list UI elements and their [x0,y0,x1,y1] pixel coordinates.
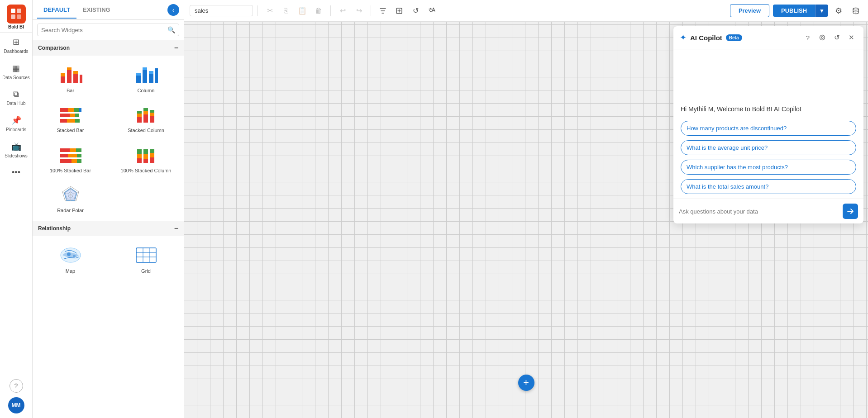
redo-button[interactable]: ↪ [352,4,366,18]
sidebar-item-pinboards[interactable]: 📌 Pinboards [0,111,32,137]
tab-back-button[interactable]: ‹ [167,4,179,16]
svg-rect-52 [150,157,154,163]
100-stacked-column-icon [134,144,159,166]
ai-chat-input[interactable] [679,208,839,215]
canvas: + ✦ AI Copilot Beta ? ↺ ✕ [184,22,868,418]
comparison-widget-grid: Bar Column [33,56,184,221]
grid-label: Grid [141,268,151,274]
svg-rect-2 [11,14,15,19]
stacked-bar-label: Stacked Bar [57,127,84,133]
add-widget-button[interactable]: + [518,375,534,391]
svg-rect-40 [60,154,68,157]
translate-button[interactable] [424,4,439,18]
dashboards-icon: ⊞ [13,37,19,47]
svg-rect-28 [137,117,142,123]
sidebar-item-slideshows[interactable]: 📺 Slideshows [0,137,32,163]
settings-button[interactable]: ⚙ [832,4,845,18]
svg-rect-8 [73,74,78,83]
svg-rect-16 [149,71,153,74]
sidebar-item-data-sources[interactable]: ▦ Data Sources [0,59,32,85]
svg-point-65 [67,252,71,256]
radar-polar-icon [58,184,83,205]
avatar[interactable]: MM [8,397,24,413]
database-button[interactable] [849,4,863,18]
search-box: 🔍 [37,24,179,36]
search-area: 🔍 [33,20,184,40]
comparison-section-label: Comparison [38,45,70,51]
publish-button[interactable]: PUBLISH [773,5,815,17]
svg-rect-47 [137,154,142,158]
search-input[interactable] [41,27,165,33]
widget-stacked-column[interactable]: Stacked Column [109,99,183,137]
svg-rect-10 [80,75,82,83]
svg-rect-30 [137,111,142,114]
data-sources-icon: ▦ [12,63,20,73]
svg-point-66 [73,255,76,257]
copy-button[interactable]: ⎘ [279,4,293,18]
map-label: Map [66,268,75,274]
ai-help-button[interactable]: ? [802,32,814,43]
refresh-button[interactable]: ↺ [408,4,423,18]
dashboard-title-input[interactable] [190,5,253,16]
svg-rect-36 [150,110,154,113]
help-button[interactable]: ? [10,379,23,393]
main-area: ✂ ⎘ 📋 🗑 ↩ ↪ ↺ Preview PUBLISH ▼ ⚙ [184,0,868,418]
relationship-collapse-button[interactable]: − [174,224,178,233]
widget-100-stacked-bar[interactable]: 100% Stacked Bar [33,139,107,177]
radar-polar-label: Radar Polar [57,207,84,214]
svg-rect-6 [67,70,72,83]
ai-close-button[interactable]: ✕ [845,32,857,43]
100-stacked-column-label: 100% Stacked Column [121,167,172,174]
sidebar-item-data-hub[interactable]: ⧉ Data Hub [0,85,32,111]
svg-rect-35 [150,113,154,116]
ai-settings-button[interactable] [816,32,828,43]
svg-rect-18 [60,108,68,112]
svg-rect-19 [68,108,74,112]
undo-button[interactable]: ↩ [335,4,350,18]
ai-suggestion-2[interactable]: What is the average unit price? [681,140,856,155]
svg-rect-13 [143,70,147,83]
widget-100-stacked-column[interactable]: 100% Stacked Column [109,139,183,177]
sidebar-item-dashboards[interactable]: ⊞ Dashboards [0,33,32,59]
ai-copilot-panel: ✦ AI Copilot Beta ? ↺ ✕ Hi Mythili M, We… [673,26,863,223]
svg-rect-50 [143,154,148,159]
cut-button[interactable]: ✂ [262,4,277,18]
toolbar-divider-1 [258,5,258,16]
svg-rect-67 [136,248,156,262]
ai-suggestion-1[interactable]: How many products are discontinued? [681,121,856,136]
publish-dropdown-button[interactable]: ▼ [815,5,828,17]
widget-stacked-bar[interactable]: Stacked Bar [33,99,107,137]
comparison-collapse-button[interactable]: − [174,44,178,52]
toolbar: ✂ ⎘ 📋 🗑 ↩ ↪ ↺ Preview PUBLISH ▼ ⚙ [184,0,868,22]
svg-rect-31 [143,114,148,123]
comparison-section-header: Comparison − [33,40,184,56]
mask-button[interactable] [392,4,406,18]
toolbar-right: Preview PUBLISH ▼ ⚙ [730,4,863,18]
ai-suggestion-4[interactable]: What is the total sales amount? [681,179,856,194]
widget-list: Comparison − Bar [33,40,184,418]
tab-existing[interactable]: EXISTING [76,2,117,19]
ai-send-button[interactable] [843,204,858,219]
slideshows-icon: 📺 [11,142,21,152]
widget-radar-polar[interactable]: Radar Polar [33,179,107,217]
ai-suggestion-3[interactable]: Which supplier has the most products? [681,160,856,175]
delete-button[interactable]: 🗑 [311,4,326,18]
svg-rect-44 [72,159,77,163]
preview-button[interactable]: Preview [730,4,769,17]
100-stacked-bar-label: 100% Stacked Bar [50,167,91,174]
stacked-column-icon [134,104,159,125]
pinboards-icon: 📌 [11,115,21,125]
widget-map[interactable]: Map [33,240,107,278]
ai-refresh-button[interactable]: ↺ [831,32,843,43]
publish-button-group: PUBLISH ▼ [773,5,828,17]
tab-default[interactable]: DEFAULT [37,2,76,19]
widget-bar[interactable]: Bar [33,59,107,97]
sidebar-item-more[interactable]: ••• [0,163,32,182]
widget-grid[interactable]: Grid [109,240,183,278]
app-logo[interactable] [7,5,26,24]
svg-rect-49 [143,159,148,163]
logo-area[interactable]: Bold BI [0,0,32,33]
filter-button[interactable] [376,4,390,18]
widget-column[interactable]: Column [109,59,183,97]
paste-button[interactable]: 📋 [295,4,310,18]
